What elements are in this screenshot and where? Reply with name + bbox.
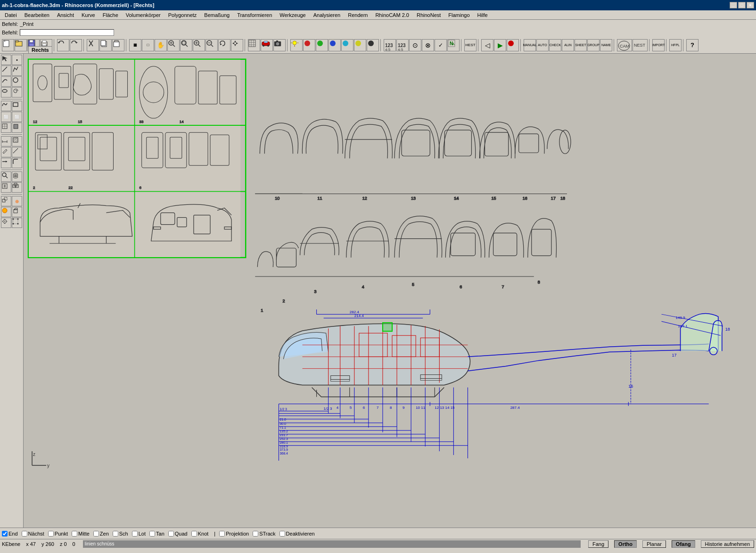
- lt-freeform[interactable]: [1, 101, 11, 111]
- lt-edit[interactable]: [1, 147, 11, 157]
- lt-props[interactable]: [1, 182, 11, 193]
- snap-projektion[interactable]: Projektion: [219, 531, 249, 537]
- tb-circle-red[interactable]: [303, 39, 315, 51]
- minimize-button[interactable]: _: [730, 2, 737, 8]
- snap-lot[interactable]: Lot: [132, 531, 146, 537]
- lt-cage[interactable]: [12, 218, 22, 228]
- snap-deaktivieren[interactable]: Deaktivieren: [279, 531, 315, 537]
- tb-text1[interactable]: 1234:5: [384, 39, 396, 51]
- tb-check2[interactable]: CHECK: [549, 39, 561, 51]
- menu-analysieren[interactable]: Analysieren: [311, 12, 343, 18]
- tb-zoom-ext[interactable]: [167, 39, 180, 51]
- historie-button[interactable]: Historie aufnehmen: [701, 540, 754, 548]
- snap-sch[interactable]: Sch: [113, 531, 128, 537]
- tb-pan2[interactable]: [231, 39, 243, 51]
- tb-light[interactable]: [290, 39, 303, 51]
- menu-transform[interactable]: Transformieren: [234, 12, 275, 18]
- tb-sheet[interactable]: SHEET: [575, 39, 587, 51]
- tb-hest[interactable]: HEST: [464, 39, 477, 51]
- tb-new[interactable]: [2, 39, 14, 51]
- lt-point[interactable]: •: [12, 55, 22, 65]
- tb-grid[interactable]: [248, 39, 260, 51]
- lt-trim[interactable]: [12, 147, 22, 157]
- menu-hilfe[interactable]: Hilfe: [475, 12, 491, 18]
- lt-solid[interactable]: [12, 122, 22, 133]
- tb-circle-cyan[interactable]: [341, 39, 353, 51]
- tb-paste[interactable]: [112, 39, 124, 51]
- lt-transform[interactable]: [1, 196, 11, 206]
- tb-zoom-win[interactable]: [180, 39, 192, 51]
- tb-record[interactable]: [507, 39, 519, 51]
- close-button[interactable]: ×: [747, 2, 754, 8]
- tb-rhinocam-icon[interactable]: CAM: [617, 39, 632, 51]
- tb-text2[interactable]: 1234:5: [396, 39, 409, 51]
- lt-hatch[interactable]: [12, 136, 22, 146]
- tb-arrow-l[interactable]: ◁: [481, 39, 493, 51]
- menu-volumen[interactable]: Volumenkörper: [123, 12, 164, 18]
- tb-play[interactable]: ▶: [494, 39, 506, 51]
- lt-dim[interactable]: [1, 136, 11, 146]
- lt-layer[interactable]: [12, 171, 22, 182]
- tb-check[interactable]: ✓: [435, 39, 447, 51]
- lt-fillet[interactable]: [12, 158, 22, 168]
- snap-tan[interactable]: Tan: [149, 531, 164, 537]
- menu-kurve[interactable]: Kurve: [79, 12, 98, 18]
- tb-import[interactable]: IMPORT: [652, 39, 665, 51]
- snap-zen[interactable]: Zen: [93, 531, 109, 537]
- lt-line[interactable]: [1, 65, 11, 76]
- menu-rendern[interactable]: Rendern: [345, 12, 370, 18]
- planar-button[interactable]: Planar: [642, 540, 666, 548]
- lt-render-btn[interactable]: [1, 207, 11, 217]
- ortho-button[interactable]: Ortho: [614, 540, 637, 548]
- lt-ellipse[interactable]: [1, 87, 11, 98]
- tb-copy[interactable]: [99, 39, 112, 51]
- tb-camera[interactable]: [273, 39, 286, 51]
- tb-auto[interactable]: AUTO: [536, 39, 549, 51]
- lt-polyline[interactable]: [12, 65, 22, 76]
- tb-undo[interactable]: [57, 39, 69, 51]
- lt-zoom-view[interactable]: [1, 171, 11, 182]
- snap-mitte[interactable]: Mitte: [72, 531, 90, 537]
- lt-orient[interactable]: [1, 218, 11, 228]
- lt-spiral[interactable]: [12, 87, 22, 98]
- menu-flamingo[interactable]: Flamingo: [445, 12, 472, 18]
- tb-circle-yellow[interactable]: [354, 39, 366, 51]
- menu-werkzeuge[interactable]: Werkzeuge: [277, 12, 308, 18]
- lt-surf[interactable]: ⬜: [1, 112, 11, 122]
- tb-nest-icon[interactable]: NEST: [633, 39, 648, 51]
- tb-sel-none[interactable]: □: [142, 39, 154, 51]
- snap-quad[interactable]: Quad: [168, 531, 188, 537]
- tb-circle-green[interactable]: [316, 39, 328, 51]
- tb-gauge2[interactable]: ⊗: [422, 39, 434, 51]
- lt-surf2[interactable]: ⬜: [12, 112, 22, 122]
- lt-mesh[interactable]: [1, 122, 11, 133]
- lt-rect[interactable]: [12, 101, 22, 111]
- lt-snap[interactable]: ⊕: [12, 196, 22, 206]
- tb-pan[interactable]: ✋: [155, 39, 167, 51]
- lt-select[interactable]: [1, 55, 11, 65]
- tb-gauge[interactable]: ⊙: [409, 39, 421, 51]
- menu-bemassng[interactable]: Bemaßung: [201, 12, 232, 18]
- tb-redo[interactable]: [70, 39, 82, 51]
- tb-circle-dark[interactable]: [367, 39, 379, 51]
- menu-ansicht[interactable]: Ansicht: [54, 12, 77, 18]
- fang-button[interactable]: Fang: [588, 540, 608, 548]
- tb-sel-all[interactable]: ▦: [129, 39, 141, 51]
- lt-box[interactable]: [12, 207, 22, 217]
- canvas-area[interactable]: 12 15 33 14 2 22: [24, 54, 756, 528]
- tb-cut[interactable]: [87, 39, 99, 51]
- tb-name[interactable]: NAME: [600, 39, 612, 51]
- tb-open[interactable]: [15, 39, 27, 51]
- tb-zoom-in[interactable]: [193, 39, 205, 51]
- tb-hfpl[interactable]: HFPL: [669, 39, 682, 51]
- tb-info[interactable]: NA: [447, 39, 460, 51]
- lt-extend[interactable]: [1, 158, 11, 168]
- tb-group[interactable]: GROUP: [587, 39, 600, 51]
- tb-zoom-out[interactable]: [205, 39, 218, 51]
- menu-rhinonest[interactable]: RhinoNest: [414, 12, 444, 18]
- menu-flaeche[interactable]: Fläche: [100, 12, 121, 18]
- tb-manual[interactable]: MANUAL: [524, 39, 536, 51]
- snap-strack[interactable]: STrack: [253, 531, 275, 537]
- lt-circle[interactable]: [12, 76, 22, 87]
- lt-arc[interactable]: [1, 76, 11, 87]
